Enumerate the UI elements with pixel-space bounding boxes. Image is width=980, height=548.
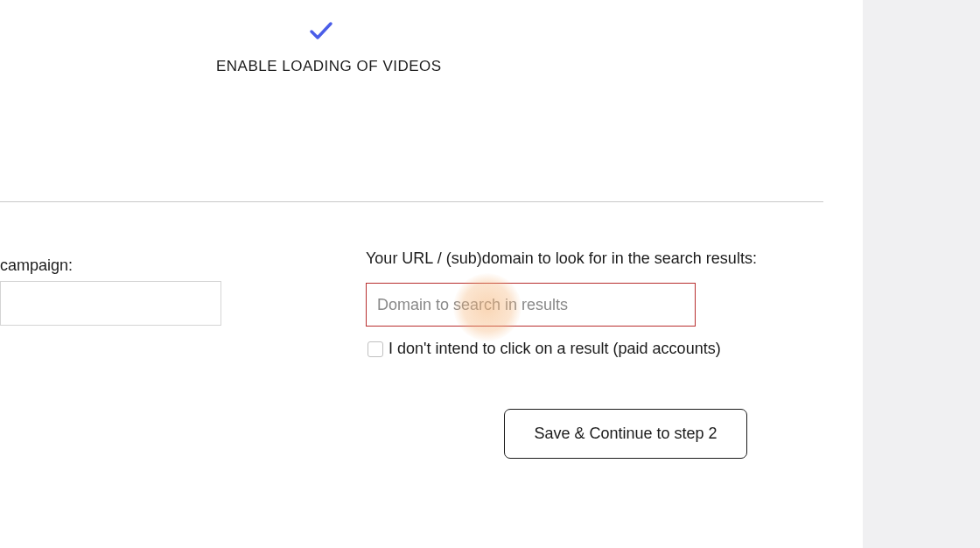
campaign-label: campaign: (0, 256, 73, 275)
url-label: Your URL / (sub)domain to look for in th… (366, 249, 757, 268)
domain-search-input[interactable] (366, 283, 696, 327)
divider (0, 201, 823, 202)
right-panel (863, 0, 980, 548)
save-button-label: Save & Continue to step 2 (534, 425, 717, 443)
no-click-checkbox[interactable] (368, 341, 383, 357)
no-click-checkbox-wrapper: I don't intend to click on a result (pai… (368, 340, 721, 358)
campaign-input[interactable] (0, 281, 221, 326)
save-continue-button[interactable]: Save & Continue to step 2 (504, 409, 747, 459)
check-icon (308, 19, 334, 44)
content-area: ENABLE LOADING OF VIDEOS campaign: Your … (0, 0, 863, 548)
no-click-checkbox-label: I don't intend to click on a result (pai… (388, 340, 721, 358)
enable-videos-label: ENABLE LOADING OF VIDEOS (216, 58, 442, 75)
